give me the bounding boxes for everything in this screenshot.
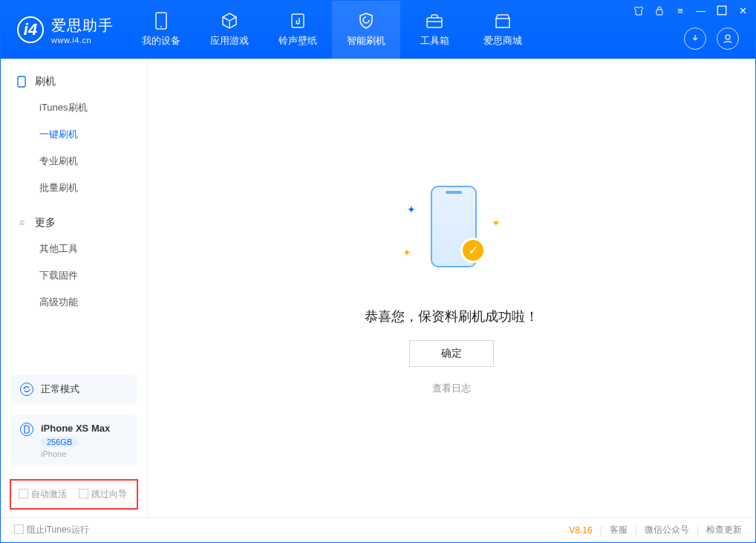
main-content: ✦ ✦ ✦ ✓ 恭喜您，保资料刷机成功啦！ 确定 查看日志 <box>148 59 755 517</box>
nav-label: 智能刷机 <box>347 34 385 48</box>
svg-rect-3 <box>427 18 442 27</box>
sidebar-group-more[interactable]: ≡ 更多 <box>1 210 147 235</box>
nav-apps[interactable]: 应用游戏 <box>195 1 264 59</box>
storage-badge: 256GB <box>41 437 78 447</box>
device-type: iPhone <box>41 449 110 458</box>
download-button[interactable] <box>684 27 706 50</box>
sidebar-item-firmware[interactable]: 下载固件 <box>1 262 147 289</box>
success-illustration: ✦ ✦ ✦ ✓ <box>377 181 526 293</box>
group-label: 更多 <box>35 216 56 230</box>
check-update-link[interactable]: 检查更新 <box>706 524 742 536</box>
shield-icon <box>357 12 375 30</box>
sidebar-item-advanced[interactable]: 高级功能 <box>1 289 147 316</box>
close-button[interactable]: ✕ <box>737 5 748 16</box>
minimize-button[interactable]: ― <box>696 5 706 16</box>
support-link[interactable]: 客服 <box>610 524 628 536</box>
lock-icon[interactable] <box>654 5 665 16</box>
header-actions <box>684 27 739 50</box>
nav-my-device[interactable]: 我的设备 <box>127 1 195 59</box>
version-label: V8.16 <box>569 525 592 536</box>
nav-label: 爱思商城 <box>483 34 522 48</box>
svg-point-1 <box>160 26 162 27</box>
ok-button[interactable]: 确定 <box>409 340 494 367</box>
nav-ringtone[interactable]: 铃声壁纸 <box>264 1 332 59</box>
user-button[interactable] <box>717 27 739 50</box>
svg-point-6 <box>726 35 730 39</box>
nav-label: 应用游戏 <box>210 34 249 48</box>
nav-label: 我的设备 <box>142 34 180 48</box>
toolbox-icon <box>426 12 443 30</box>
mode-label: 正常模式 <box>41 383 79 396</box>
svg-rect-5 <box>717 6 726 14</box>
sidebar-item-onekey[interactable]: 一键刷机 <box>1 121 147 148</box>
sidebar-item-itunes[interactable]: iTunes刷机 <box>1 94 147 121</box>
brand-name: 爱思助手 <box>51 16 114 36</box>
nav-flash[interactable]: 智能刷机 <box>332 1 400 59</box>
block-itunes-checkbox[interactable]: 阻止iTunes运行 <box>14 524 89 536</box>
logo-icon: i4 <box>17 16 44 43</box>
nav-label: 铃声壁纸 <box>278 34 317 48</box>
nav-toolbox[interactable]: 工具箱 <box>400 1 469 59</box>
group-label: 刷机 <box>35 75 56 88</box>
sidebar-item-other[interactable]: 其他工具 <box>1 235 147 262</box>
list-icon: ≡ <box>16 217 27 229</box>
phone-icon <box>16 76 27 88</box>
nav-label: 工具箱 <box>420 34 449 48</box>
sidebar-item-batch[interactable]: 批量刷机 <box>1 175 147 201</box>
svg-rect-7 <box>18 77 25 87</box>
wechat-link[interactable]: 微信公众号 <box>645 524 689 536</box>
svg-rect-8 <box>25 426 29 433</box>
cube-icon <box>221 12 238 30</box>
maximize-button[interactable] <box>717 5 727 16</box>
brand-url: www.i4.cn <box>51 36 114 45</box>
tshirt-icon[interactable] <box>633 5 644 16</box>
titlebar: i4 爱思助手 www.i4.cn 我的设备 应用游戏 铃声壁纸 智能刷机 <box>1 1 755 59</box>
highlighted-options: 自动激活 跳过向导 <box>10 479 138 510</box>
device-name: iPhone XS Max <box>41 423 110 434</box>
device-icon <box>152 12 170 30</box>
sidebar-item-pro[interactable]: 专业刷机 <box>1 148 147 175</box>
window-controls: ≡ ― ✕ <box>633 5 748 16</box>
view-log-link[interactable]: 查看日志 <box>432 382 471 395</box>
music-icon <box>289 12 307 30</box>
app-logo: i4 爱思助手 www.i4.cn <box>1 16 127 45</box>
menu-icon[interactable]: ≡ <box>675 5 685 16</box>
sidebar: 刷机 iTunes刷机 一键刷机 专业刷机 批量刷机 ≡ 更多 其他工具 下载固… <box>1 59 148 517</box>
status-bar: 阻止iTunes运行 V8.16 | 客服 | 微信公众号 | 检查更新 <box>1 517 755 542</box>
device-icon <box>20 423 33 436</box>
nav-store[interactable]: 爱思商城 <box>469 1 537 59</box>
main-nav: 我的设备 应用游戏 铃声壁纸 智能刷机 工具箱 爱思商城 <box>127 1 537 59</box>
sync-icon <box>20 383 33 396</box>
svg-rect-4 <box>656 10 662 15</box>
store-icon <box>494 12 512 30</box>
device-card[interactable]: iPhone XS Max 256GB iPhone <box>11 415 137 466</box>
skip-guide-checkbox[interactable]: 跳过向导 <box>79 488 127 501</box>
auto-activate-checkbox[interactable]: 自动激活 <box>19 488 67 501</box>
check-icon: ✓ <box>460 238 486 263</box>
sidebar-group-flash[interactable]: 刷机 <box>1 69 147 94</box>
success-message: 恭喜您，保资料刷机成功啦！ <box>365 308 538 325</box>
mode-indicator[interactable]: 正常模式 <box>11 375 137 403</box>
